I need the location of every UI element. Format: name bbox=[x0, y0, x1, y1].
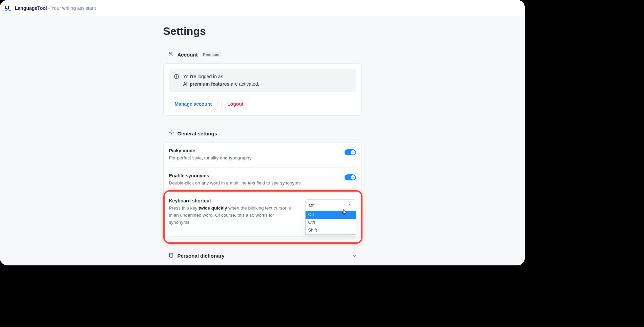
login-line1: You're logged in as bbox=[183, 73, 259, 81]
picky-title: Picky mode bbox=[169, 148, 252, 153]
chevron-down-icon bbox=[351, 253, 358, 259]
account-header-label: Account bbox=[178, 52, 198, 58]
check-icon bbox=[351, 150, 355, 155]
section-header-general: General settings bbox=[169, 130, 362, 137]
login-line2: All premium features are activated. bbox=[183, 81, 259, 88]
shortcut-select[interactable]: Off bbox=[305, 199, 356, 211]
synonyms-toggle[interactable] bbox=[345, 174, 356, 180]
shortcut-select-value: Off bbox=[309, 203, 315, 208]
brand-tagline: Your writing assistant bbox=[51, 5, 96, 11]
picky-desc: For perfect style, tonality and typograp… bbox=[169, 155, 252, 162]
shortcut-desc: Press this key twice quickly when the bl… bbox=[169, 205, 294, 226]
brand-separator: - bbox=[48, 5, 50, 11]
page-title: Settings bbox=[163, 25, 362, 38]
svg-point-4 bbox=[176, 75, 176, 75]
setting-row-keyboard-shortcut: Keyboard shortcut Press this key twice q… bbox=[169, 193, 356, 237]
svg-text:LT: LT bbox=[169, 52, 172, 54]
section-header-account: LT Account Premium bbox=[169, 51, 362, 58]
section-personal-dictionary[interactable]: Personal dictionary bbox=[163, 247, 362, 265]
chevron-down-icon bbox=[348, 203, 352, 208]
dictionary-icon bbox=[169, 253, 174, 259]
premium-badge: Premium bbox=[201, 52, 222, 57]
synonyms-title: Enable synonyms bbox=[169, 173, 301, 178]
languagetool-mini-icon: LT bbox=[169, 51, 174, 58]
manage-account-button[interactable]: Manage account bbox=[169, 98, 218, 110]
setting-row-picky-mode: Picky mode For perfect style, tonality a… bbox=[169, 143, 356, 168]
check-icon bbox=[351, 175, 355, 180]
logout-button[interactable]: Logout bbox=[222, 98, 249, 110]
shortcut-option-shift[interactable]: Shift bbox=[306, 226, 356, 234]
login-info-box: You're logged in as All premium features… bbox=[169, 69, 356, 92]
general-header-label: General settings bbox=[178, 131, 217, 136]
setting-row-synonyms: Enable synonyms Double-click on any word… bbox=[169, 168, 356, 193]
gear-icon bbox=[169, 130, 174, 137]
brand-name: LanguageTool bbox=[15, 5, 47, 11]
shortcut-title: Keyboard shortcut bbox=[169, 198, 294, 203]
dictionary-label: Personal dictionary bbox=[178, 253, 225, 259]
shortcut-option-off[interactable]: Off bbox=[306, 211, 356, 219]
synonyms-desc: Double-click on any word in a multiline … bbox=[169, 180, 301, 187]
languagetool-logo-icon: LT bbox=[4, 4, 12, 12]
picky-toggle[interactable] bbox=[345, 149, 356, 155]
svg-point-5 bbox=[171, 132, 172, 133]
shortcut-select-list[interactable]: OffCtrlShift bbox=[305, 211, 356, 235]
account-card: You're logged in as All premium features… bbox=[163, 63, 362, 116]
general-settings-card: Picky mode For perfect style, tonality a… bbox=[163, 142, 362, 237]
shortcut-option-ctrl[interactable]: Ctrl bbox=[306, 219, 356, 226]
top-bar: LT LanguageTool - Your writing assistant bbox=[0, 0, 525, 16]
svg-text:LT: LT bbox=[5, 5, 10, 10]
info-icon bbox=[174, 74, 179, 88]
